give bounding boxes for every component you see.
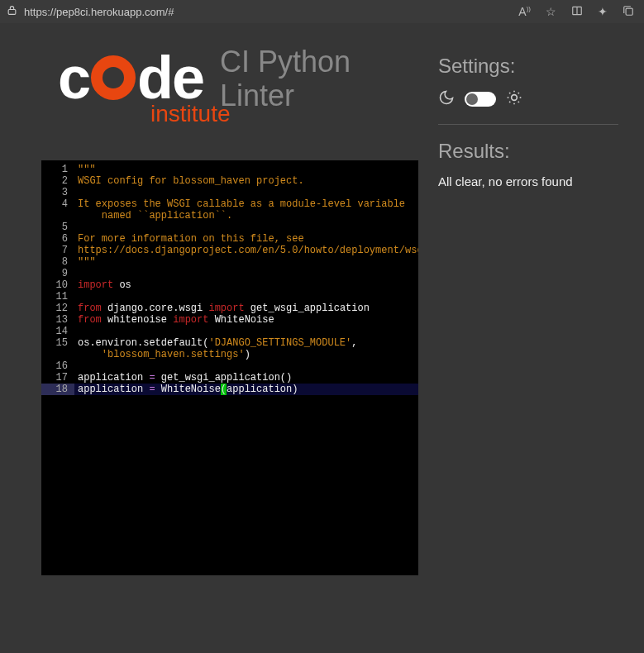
line-number: 13	[41, 314, 74, 326]
line-number: 17	[41, 372, 74, 384]
line-number: 10	[41, 279, 74, 291]
theme-toggle[interactable]	[465, 92, 496, 107]
code-line[interactable]: application = WhiteNoise(application)	[74, 384, 418, 395]
line-number: 7	[41, 245, 74, 256]
line-number: 2	[41, 175, 74, 187]
results-body: All clear, no errors found	[438, 174, 618, 188]
settings-title: Settings:	[438, 55, 618, 78]
collections-icon[interactable]	[623, 5, 634, 19]
svg-line-8	[518, 102, 519, 102]
line-number	[41, 349, 74, 360]
line-number: 4	[41, 198, 74, 210]
sidebar: Settings: Results: All clear, no errors …	[438, 48, 618, 575]
line-number: 8	[41, 256, 74, 268]
code-line[interactable]: """	[74, 164, 418, 175]
code-area[interactable]: """WSGI config for blossom_haven project…	[74, 160, 418, 575]
code-line[interactable]	[74, 326, 418, 337]
favorites-icon[interactable]: ✦	[598, 5, 608, 19]
line-number: 12	[41, 303, 74, 314]
divider	[438, 124, 618, 125]
browser-toolbar-icons: A)) ☆ ✦	[518, 5, 634, 19]
line-number: 15	[41, 337, 74, 349]
results-title: Results:	[438, 140, 618, 163]
code-line[interactable]	[74, 187, 418, 198]
split-icon[interactable]	[571, 5, 583, 19]
code-line[interactable]: """	[74, 256, 418, 268]
line-number: 6	[41, 233, 74, 245]
code-line[interactable]: os.environ.setdefault('DJANGO_SETTINGS_M…	[74, 337, 418, 349]
code-line[interactable]: https://docs.djangoproject.com/en/5.0/ho…	[74, 245, 418, 256]
line-number: 9	[41, 268, 74, 279]
code-line[interactable]: WSGI config for blossom_haven project.	[74, 175, 418, 187]
code-line[interactable]: 'blossom_haven.settings')	[74, 349, 418, 360]
line-number: 3	[41, 187, 74, 198]
line-number: 16	[41, 360, 74, 372]
code-line[interactable]: It exposes the WSGI callable as a module…	[74, 198, 418, 210]
url-bar[interactable]: https://pep8ci.herokuapp.com/#	[24, 6, 512, 18]
theme-row	[438, 89, 618, 109]
svg-rect-0	[8, 9, 16, 14]
page-title: CI Python Linter	[220, 45, 351, 113]
code-line[interactable]	[74, 268, 418, 279]
toggle-knob	[466, 93, 478, 105]
code-line[interactable]	[74, 222, 418, 233]
sun-icon	[506, 89, 522, 109]
line-number: 11	[41, 291, 74, 303]
line-number	[41, 210, 74, 222]
code-line[interactable]	[74, 291, 418, 303]
line-gutter: 123456789101112131415161718	[41, 160, 74, 575]
code-line[interactable]: application = get_wsgi_application()	[74, 372, 418, 384]
svg-point-4	[512, 95, 518, 101]
code-line[interactable]	[74, 360, 418, 372]
browser-bar: https://pep8ci.herokuapp.com/# A)) ☆ ✦	[0, 0, 644, 23]
line-number: 14	[41, 326, 74, 337]
code-line[interactable]: from django.core.wsgi import get_wsgi_ap…	[74, 303, 418, 314]
logo-o-icon	[91, 55, 136, 100]
code-line[interactable]: named ``application``.	[74, 210, 418, 222]
svg-line-11	[509, 102, 510, 102]
code-line[interactable]: import os	[74, 279, 418, 291]
code-line[interactable]: For more information on this file, see	[74, 233, 418, 245]
svg-line-7	[509, 93, 510, 93]
svg-line-12	[518, 93, 519, 93]
logo-block: cde institute CI Python Linter	[58, 48, 418, 147]
read-aloud-icon[interactable]: A))	[518, 5, 531, 19]
line-number: 1	[41, 164, 74, 175]
svg-rect-3	[626, 8, 632, 15]
line-number: 5	[41, 222, 74, 233]
lock-icon	[7, 5, 17, 18]
code-line[interactable]: from whitenoise import WhiteNoise	[74, 314, 418, 326]
line-number: 18	[41, 384, 74, 395]
code-editor[interactable]: 123456789101112131415161718 """WSGI conf…	[41, 160, 418, 575]
star-icon[interactable]: ☆	[546, 5, 556, 19]
moon-icon	[438, 89, 455, 109]
